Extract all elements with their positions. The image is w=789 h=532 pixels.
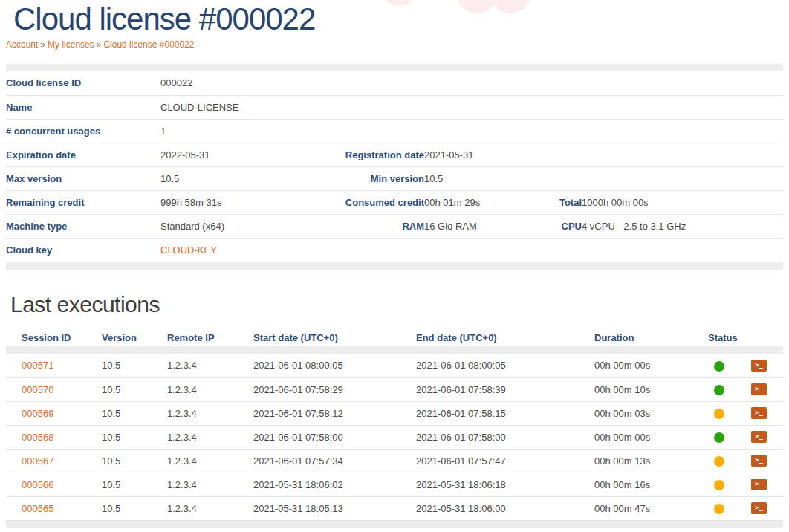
- field-value: 2021-05-31: [424, 143, 783, 166]
- end-date-cell: 2021-06-01 07:58:00: [416, 425, 594, 449]
- terminal-icon[interactable]: >_: [751, 502, 767, 514]
- field-label: CPU: [531, 214, 582, 238]
- field-value: 16 Gio RAM: [424, 214, 531, 238]
- remote-ip-cell: 1.2.3.4: [167, 473, 253, 496]
- page-title: Cloud license #000022: [13, 1, 789, 36]
- end-date-cell: 2021-05-31 18:06:00: [416, 496, 594, 520]
- version-cell: 10.5: [102, 473, 167, 496]
- detail-row-dates: Expiration date 2022-05-31 Registration …: [6, 143, 783, 166]
- field-value: 2022-05-31: [160, 143, 339, 166]
- field-label: Expiration date: [6, 143, 160, 166]
- duration-cell: 00h 00m 00s: [594, 425, 708, 449]
- end-date-cell: 2021-05-31 18:06:18: [416, 473, 594, 496]
- execution-row: 000566 10.5 1.2.3.4 2021-05-31 18:06:02 …: [6, 473, 783, 496]
- session-id-link[interactable]: 000571: [22, 360, 53, 371]
- remote-ip-cell: 1.2.3.4: [167, 449, 253, 473]
- field-label: Remaining credit: [6, 190, 160, 214]
- terminal-icon[interactable]: >_: [751, 455, 767, 467]
- version-cell: 10.5: [102, 354, 167, 377]
- status-dot: [714, 504, 724, 514]
- field-label: Registration date: [339, 143, 424, 166]
- table-header-strip: [6, 346, 783, 354]
- end-date-cell: 2021-06-01 08:00:05: [416, 354, 594, 377]
- column-header-version: Version: [102, 328, 167, 346]
- status-dot: [714, 480, 724, 490]
- field-label: Cloud license ID: [6, 71, 160, 95]
- breadcrumb: Account»My licenses»Cloud license #00002…: [6, 39, 789, 50]
- end-date-cell: 2021-06-01 07:57:47: [416, 449, 594, 473]
- breadcrumb-link-my-licenses[interactable]: My licenses: [48, 39, 94, 50]
- terminal-icon[interactable]: >_: [751, 479, 767, 490]
- execution-row: 000565 10.5 1.2.3.4 2021-05-31 18:05:13 …: [6, 496, 783, 520]
- field-value: 10.5: [424, 166, 783, 190]
- field-value: 1000h 00m 00s: [582, 190, 783, 214]
- duration-cell: 00h 00m 03s: [594, 401, 708, 425]
- start-date-cell: 2021-06-01 07:58:12: [253, 401, 416, 425]
- column-header-remote-ip: Remote IP: [167, 328, 253, 346]
- terminal-icon[interactable]: >_: [751, 431, 767, 443]
- start-date-cell: 2021-05-31 18:06:02: [253, 473, 416, 496]
- duration-cell: 00h 00m 13s: [594, 449, 708, 473]
- field-label: Cloud key: [6, 238, 160, 262]
- version-cell: 10.5: [102, 425, 167, 449]
- executions-header-row: Session ID Version Remote IP Start date …: [6, 328, 783, 346]
- version-cell: 10.5: [102, 449, 167, 473]
- end-date-cell: 2021-06-01 07:58:39: [416, 377, 594, 401]
- status-dot: [714, 361, 724, 372]
- session-id-link[interactable]: 000566: [22, 479, 53, 490]
- execution-row: 000568 10.5 1.2.3.4 2021-06-01 07:58:00 …: [6, 425, 783, 449]
- terminal-icon[interactable]: >_: [751, 383, 767, 395]
- start-date-cell: 2021-06-01 07:58:29: [253, 377, 416, 401]
- column-header-status: Status: [708, 328, 747, 346]
- duration-cell: 00h 00m 16s: [594, 473, 708, 496]
- execution-row: 000569 10.5 1.2.3.4 2021-06-01 07:58:12 …: [6, 401, 783, 425]
- table-footer-strip: [6, 520, 783, 528]
- version-cell: 10.5: [102, 496, 167, 520]
- table-footer-strip: [6, 262, 783, 270]
- field-value: Standard (x64): [160, 214, 339, 238]
- detail-row-versions: Max version 10.5 Min version 10.5: [6, 166, 783, 190]
- terminal-icon[interactable]: >_: [751, 360, 767, 372]
- session-id-link[interactable]: 000565: [22, 503, 53, 514]
- duration-cell: 00h 00m 00s: [594, 354, 708, 377]
- field-label: Max version: [6, 166, 160, 190]
- session-id-link[interactable]: 000568: [22, 432, 53, 443]
- table-header-strip: [6, 64, 783, 71]
- remote-ip-cell: 1.2.3.4: [167, 354, 253, 377]
- session-id-link[interactable]: 000569: [22, 408, 53, 419]
- terminal-icon[interactable]: >_: [751, 407, 767, 419]
- last-executions-table: Session ID Version Remote IP Start date …: [6, 328, 783, 528]
- detail-row-credit: Remaining credit 999h 58m 31s Consumed c…: [6, 190, 783, 214]
- session-id-link[interactable]: 000567: [22, 455, 53, 467]
- remote-ip-cell: 1.2.3.4: [167, 425, 253, 449]
- field-label: Min version: [339, 166, 424, 190]
- field-label: Total: [531, 190, 582, 214]
- field-value: 000022: [160, 71, 783, 95]
- column-header-session-id: Session ID: [6, 328, 102, 346]
- remote-ip-cell: 1.2.3.4: [167, 377, 253, 401]
- end-date-cell: 2021-06-01 07:58:15: [416, 401, 594, 425]
- detail-row-cloud-key: Cloud key CLOUD-KEY: [6, 238, 783, 262]
- start-date-cell: 2021-06-01 08:00:05: [253, 354, 416, 377]
- execution-row: 000570 10.5 1.2.3.4 2021-06-01 07:58:29 …: [6, 377, 783, 401]
- last-executions-heading: Last executions: [10, 292, 789, 317]
- detail-row-cloud-license-id: Cloud license ID 000022: [6, 71, 783, 95]
- status-dot: [714, 456, 724, 467]
- field-label: Machine type: [6, 214, 160, 238]
- start-date-cell: 2021-05-31 18:05:13: [253, 496, 416, 520]
- column-header-console: [747, 328, 783, 346]
- field-value: 4 vCPU - 2.5 to 3.1 GHz: [582, 214, 783, 238]
- execution-row: 000571 10.5 1.2.3.4 2021-06-01 08:00:05 …: [6, 354, 783, 377]
- field-value: 00h 01m 29s: [424, 190, 531, 214]
- cloud-key-link[interactable]: CLOUD-KEY: [160, 244, 217, 256]
- version-cell: 10.5: [102, 401, 167, 425]
- start-date-cell: 2021-06-01 07:57:34: [253, 449, 416, 473]
- execution-row: 000567 10.5 1.2.3.4 2021-06-01 07:57:34 …: [6, 449, 783, 473]
- field-label: # concurrent usages: [6, 119, 160, 143]
- session-id-link[interactable]: 000570: [22, 384, 53, 395]
- version-cell: 10.5: [102, 377, 167, 401]
- field-label: RAM: [339, 214, 424, 238]
- breadcrumb-link-account[interactable]: Account: [6, 39, 38, 50]
- field-label: Name: [6, 95, 160, 119]
- field-label: Consumed credit: [339, 190, 424, 214]
